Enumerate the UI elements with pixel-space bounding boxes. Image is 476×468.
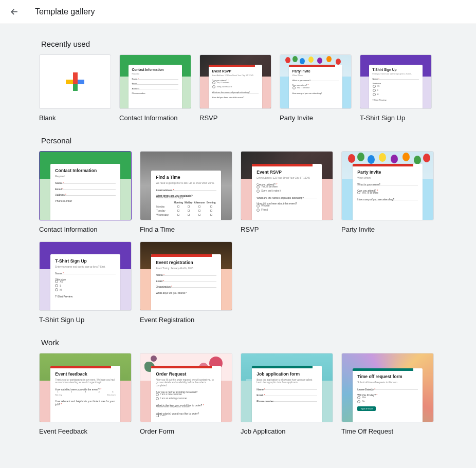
card-label: T-Shirt Sign Up <box>39 316 132 324</box>
card-label: Time Off Request <box>341 427 434 435</box>
card-label: Event Feedback <box>39 427 132 435</box>
preview-title: Event RSVP <box>212 69 259 73</box>
thumb: Party Invite When Where What is your nam… <box>280 54 352 109</box>
template-contact-info[interactable]: Contact Information Required Name * Emai… <box>119 54 191 122</box>
preview-title: Contact Information <box>132 68 179 71</box>
thumb: Event RSVP Event Address: 123 Your Stree… <box>199 54 271 109</box>
thumb: Order Request After you fill out this or… <box>140 353 232 422</box>
card-label: Find a Time <box>140 226 232 233</box>
preview-title: Party Invite <box>292 69 339 73</box>
card-label: Job Application <box>241 427 333 435</box>
grid-recent: Blank Contact Information Required Name … <box>39 54 476 122</box>
card-label: Blank <box>39 114 111 122</box>
section-label-work: Work <box>41 338 476 347</box>
template-order-form[interactable]: Order Request After you fill out this or… <box>140 353 232 435</box>
preview-title: Event registration <box>156 260 216 265</box>
header: Template gallery <box>0 0 476 24</box>
card-label: Event Registration <box>140 316 232 324</box>
card-label: Party Invite <box>280 114 352 122</box>
thumb: Event registration Event Timing: January… <box>140 241 232 311</box>
back-button[interactable] <box>8 6 21 18</box>
preview-title: Party Invite <box>357 170 417 175</box>
template-party-invite[interactable]: Party Invite When Where What is your nam… <box>280 54 352 122</box>
card-label: Order Form <box>140 427 232 435</box>
thumb: Contact Information Required Name * Emai… <box>39 151 132 220</box>
preview-title: Contact Information <box>55 168 115 173</box>
card-label: Party Invite <box>341 226 434 233</box>
thumb: Event RSVP Event Address: 123 Your Stree… <box>241 151 333 220</box>
preview-title: T-Shirt Sign Up <box>373 68 419 71</box>
card-label: Contact Information <box>119 114 191 122</box>
card-label: RSVP <box>241 226 333 233</box>
thumb-blank <box>39 54 111 109</box>
template-rsvp[interactable]: Event RSVP Event Address: 123 Your Stree… <box>199 54 271 122</box>
thumb: Party Invite When Where What is your nam… <box>341 151 434 220</box>
plus-icon <box>66 72 84 91</box>
thumb: T-Shirt Sign Up Enter your name and size… <box>39 241 132 311</box>
template-job-application[interactable]: Job application form Basic job applicati… <box>241 353 333 435</box>
preview-title: T-Shirt Sign Up <box>55 258 115 264</box>
template-time-off[interactable]: Time off request form Submit all time of… <box>341 353 434 435</box>
preview-title: Find a Time <box>156 175 216 180</box>
content: Recently used Blank Contact Information … <box>0 24 476 468</box>
preview-title: Job application form <box>257 371 317 377</box>
preview-title: Event RSVP <box>257 170 317 175</box>
template-rsvp-p[interactable]: Event RSVP Event Address: 123 Your Stree… <box>241 151 333 233</box>
grid-work: Event feedback Thank you for participati… <box>39 353 476 435</box>
thumb: Event feedback Thank you for participati… <box>39 353 132 422</box>
template-contact-info-p[interactable]: Contact Information Required Name * Emai… <box>39 151 132 233</box>
thumb: Job application form Basic job applicati… <box>241 353 333 422</box>
template-tshirt-p[interactable]: T-Shirt Sign Up Enter your name and size… <box>39 241 132 324</box>
template-party-invite-p[interactable]: Party Invite When Where What is your nam… <box>341 151 434 233</box>
section-label-recent: Recently used <box>41 40 476 48</box>
thumb: Time off request form Submit all time of… <box>341 353 434 422</box>
template-tshirt[interactable]: T-Shirt Sign Up Enter your name and size… <box>360 54 432 122</box>
preview-title: Order Request <box>156 371 216 377</box>
arrow-left-icon <box>9 7 20 17</box>
preview-title: Event feedback <box>55 371 115 377</box>
template-find-time[interactable]: Find a Time We need to get together to t… <box>140 151 232 233</box>
page-title: Template gallery <box>35 7 95 16</box>
section-label-personal: Personal <box>41 136 476 145</box>
template-event-registration[interactable]: Event registration Event Timing: January… <box>140 241 232 324</box>
card-label: RSVP <box>199 114 271 122</box>
thumb: T-Shirt Sign Up Enter your name and size… <box>360 54 432 109</box>
template-event-feedback[interactable]: Event feedback Thank you for participati… <box>39 353 132 435</box>
thumb: Find a Time We need to get together to t… <box>140 151 232 220</box>
grid-personal: Contact Information Required Name * Emai… <box>39 151 476 324</box>
template-blank[interactable]: Blank <box>39 54 111 122</box>
card-label: Contact Information <box>39 226 132 233</box>
card-label: T-Shirt Sign Up <box>360 114 432 122</box>
thumb: Contact Information Required Name * Emai… <box>119 54 191 109</box>
preview-title: Time off request form <box>357 374 417 379</box>
